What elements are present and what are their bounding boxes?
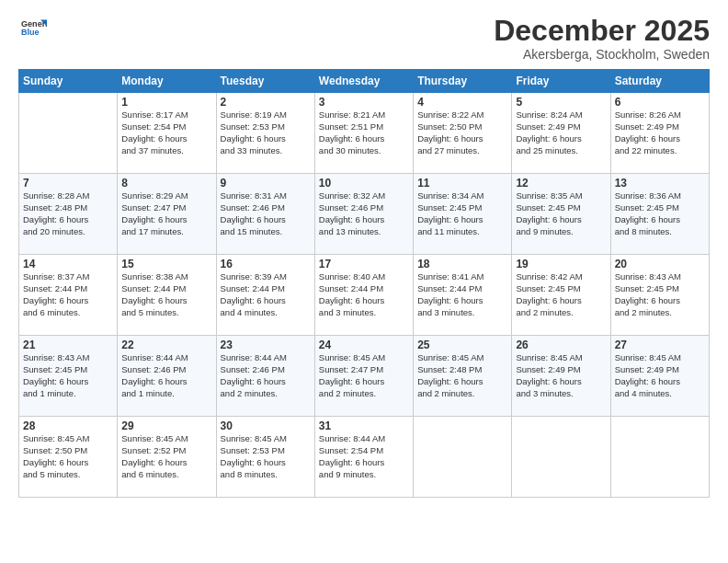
- header: General Blue December 2025 Akersberga, S…: [18, 15, 710, 62]
- title-block: December 2025 Akersberga, Stockholm, Swe…: [494, 15, 710, 62]
- day-number: 17: [319, 258, 409, 270]
- calendar-cell: 23Sunrise: 8:44 AM Sunset: 2:46 PM Dayli…: [216, 336, 314, 417]
- day-number: 23: [221, 339, 311, 351]
- day-number: 8: [121, 177, 211, 190]
- day-number: 11: [417, 177, 507, 190]
- day-info: Sunrise: 8:22 AM Sunset: 2:50 PM Dayligh…: [417, 109, 507, 156]
- day-info: Sunrise: 8:21 AM Sunset: 2:51 PM Dayligh…: [319, 109, 409, 156]
- day-info: Sunrise: 8:17 AM Sunset: 2:54 PM Dayligh…: [121, 109, 211, 156]
- logo-icon: General Blue: [21, 15, 47, 40]
- svg-text:Blue: Blue: [21, 28, 40, 37]
- day-info: Sunrise: 8:45 AM Sunset: 2:53 PM Dayligh…: [221, 433, 311, 480]
- day-info: Sunrise: 8:44 AM Sunset: 2:54 PM Dayligh…: [319, 433, 409, 480]
- calendar-week-row: 21Sunrise: 8:43 AM Sunset: 2:45 PM Dayli…: [19, 336, 710, 417]
- calendar-cell: [512, 417, 610, 498]
- location-subtitle: Akersberga, Stockholm, Sweden: [494, 47, 710, 62]
- day-number: 9: [221, 177, 311, 190]
- calendar-cell: 9Sunrise: 8:31 AM Sunset: 2:46 PM Daylig…: [216, 174, 314, 255]
- calendar-cell: 2Sunrise: 8:19 AM Sunset: 2:53 PM Daylig…: [216, 93, 314, 174]
- logo: General Blue: [18, 15, 47, 44]
- calendar-cell: 5Sunrise: 8:24 AM Sunset: 2:49 PM Daylig…: [512, 93, 610, 174]
- calendar-day-header: Saturday: [610, 70, 709, 93]
- calendar-cell: 17Sunrise: 8:40 AM Sunset: 2:44 PM Dayli…: [314, 255, 413, 336]
- day-number: 5: [516, 96, 606, 109]
- calendar-cell: 15Sunrise: 8:38 AM Sunset: 2:44 PM Dayli…: [118, 255, 216, 336]
- month-title: December 2025: [494, 15, 710, 47]
- day-number: 6: [615, 96, 705, 109]
- day-info: Sunrise: 8:28 AM Sunset: 2:48 PM Dayligh…: [23, 190, 113, 237]
- day-info: Sunrise: 8:35 AM Sunset: 2:45 PM Dayligh…: [516, 190, 606, 237]
- calendar-week-row: 7Sunrise: 8:28 AM Sunset: 2:48 PM Daylig…: [19, 174, 710, 255]
- calendar-cell: 20Sunrise: 8:43 AM Sunset: 2:45 PM Dayli…: [610, 255, 709, 336]
- day-number: 26: [516, 339, 606, 351]
- day-number: 2: [221, 96, 311, 109]
- day-info: Sunrise: 8:32 AM Sunset: 2:46 PM Dayligh…: [319, 190, 409, 237]
- day-info: Sunrise: 8:45 AM Sunset: 2:50 PM Dayligh…: [23, 433, 113, 480]
- calendar-week-row: 1Sunrise: 8:17 AM Sunset: 2:54 PM Daylig…: [19, 93, 710, 174]
- calendar-cell: 3Sunrise: 8:21 AM Sunset: 2:51 PM Daylig…: [314, 93, 413, 174]
- day-info: Sunrise: 8:19 AM Sunset: 2:53 PM Dayligh…: [221, 109, 311, 156]
- day-info: Sunrise: 8:36 AM Sunset: 2:45 PM Dayligh…: [615, 190, 705, 237]
- calendar-cell: 29Sunrise: 8:45 AM Sunset: 2:52 PM Dayli…: [118, 417, 216, 498]
- day-info: Sunrise: 8:45 AM Sunset: 2:48 PM Dayligh…: [417, 352, 507, 399]
- calendar-day-header: Monday: [118, 70, 216, 93]
- day-info: Sunrise: 8:45 AM Sunset: 2:47 PM Dayligh…: [319, 352, 409, 399]
- calendar-week-row: 28Sunrise: 8:45 AM Sunset: 2:50 PM Dayli…: [19, 417, 710, 498]
- calendar-cell: [19, 93, 118, 174]
- day-number: 29: [121, 419, 211, 432]
- day-info: Sunrise: 8:38 AM Sunset: 2:44 PM Dayligh…: [121, 271, 211, 318]
- day-number: 25: [417, 339, 507, 351]
- calendar-cell: 7Sunrise: 8:28 AM Sunset: 2:48 PM Daylig…: [19, 174, 118, 255]
- day-info: Sunrise: 8:44 AM Sunset: 2:46 PM Dayligh…: [121, 352, 211, 399]
- day-number: 22: [121, 339, 211, 351]
- day-number: 10: [319, 177, 409, 190]
- day-number: 13: [615, 177, 705, 190]
- calendar-cell: 30Sunrise: 8:45 AM Sunset: 2:53 PM Dayli…: [216, 417, 314, 498]
- calendar-day-header: Wednesday: [314, 70, 413, 93]
- calendar-cell: 31Sunrise: 8:44 AM Sunset: 2:54 PM Dayli…: [314, 417, 413, 498]
- calendar-day-header: Friday: [512, 70, 610, 93]
- day-number: 7: [23, 177, 113, 190]
- day-info: Sunrise: 8:24 AM Sunset: 2:49 PM Dayligh…: [516, 109, 606, 156]
- day-number: 30: [221, 419, 311, 432]
- day-info: Sunrise: 8:29 AM Sunset: 2:47 PM Dayligh…: [121, 190, 211, 237]
- day-info: Sunrise: 8:34 AM Sunset: 2:45 PM Dayligh…: [417, 190, 507, 237]
- calendar-day-header: Thursday: [414, 70, 512, 93]
- day-info: Sunrise: 8:45 AM Sunset: 2:49 PM Dayligh…: [615, 352, 705, 399]
- day-info: Sunrise: 8:26 AM Sunset: 2:49 PM Dayligh…: [615, 109, 705, 156]
- day-info: Sunrise: 8:37 AM Sunset: 2:44 PM Dayligh…: [23, 271, 113, 318]
- day-info: Sunrise: 8:43 AM Sunset: 2:45 PM Dayligh…: [23, 352, 113, 399]
- calendar-cell: 4Sunrise: 8:22 AM Sunset: 2:50 PM Daylig…: [414, 93, 512, 174]
- day-info: Sunrise: 8:44 AM Sunset: 2:46 PM Dayligh…: [221, 352, 311, 399]
- day-number: 1: [121, 96, 211, 109]
- calendar-week-row: 14Sunrise: 8:37 AM Sunset: 2:44 PM Dayli…: [19, 255, 710, 336]
- day-info: Sunrise: 8:31 AM Sunset: 2:46 PM Dayligh…: [221, 190, 311, 237]
- day-number: 14: [23, 258, 113, 270]
- day-number: 18: [417, 258, 507, 270]
- day-number: 20: [615, 258, 705, 270]
- day-info: Sunrise: 8:39 AM Sunset: 2:44 PM Dayligh…: [221, 271, 311, 318]
- calendar-cell: 10Sunrise: 8:32 AM Sunset: 2:46 PM Dayli…: [314, 174, 413, 255]
- calendar-header-row: SundayMondayTuesdayWednesdayThursdayFrid…: [19, 70, 710, 93]
- calendar-day-header: Sunday: [19, 70, 118, 93]
- day-number: 12: [516, 177, 606, 190]
- day-info: Sunrise: 8:45 AM Sunset: 2:49 PM Dayligh…: [516, 352, 606, 399]
- calendar-cell: 12Sunrise: 8:35 AM Sunset: 2:45 PM Dayli…: [512, 174, 610, 255]
- calendar-cell: [610, 417, 709, 498]
- calendar-cell: 8Sunrise: 8:29 AM Sunset: 2:47 PM Daylig…: [118, 174, 216, 255]
- calendar-cell: 1Sunrise: 8:17 AM Sunset: 2:54 PM Daylig…: [118, 93, 216, 174]
- calendar-cell: 24Sunrise: 8:45 AM Sunset: 2:47 PM Dayli…: [314, 336, 413, 417]
- calendar-cell: 25Sunrise: 8:45 AM Sunset: 2:48 PM Dayli…: [414, 336, 512, 417]
- day-info: Sunrise: 8:43 AM Sunset: 2:45 PM Dayligh…: [615, 271, 705, 318]
- calendar-cell: 26Sunrise: 8:45 AM Sunset: 2:49 PM Dayli…: [512, 336, 610, 417]
- day-number: 28: [23, 419, 113, 432]
- calendar-cell: 22Sunrise: 8:44 AM Sunset: 2:46 PM Dayli…: [118, 336, 216, 417]
- day-number: 3: [319, 96, 409, 109]
- calendar-day-header: Tuesday: [216, 70, 314, 93]
- day-info: Sunrise: 8:41 AM Sunset: 2:44 PM Dayligh…: [417, 271, 507, 318]
- day-number: 31: [319, 419, 409, 432]
- calendar-cell: 28Sunrise: 8:45 AM Sunset: 2:50 PM Dayli…: [19, 417, 118, 498]
- calendar-cell: [414, 417, 512, 498]
- calendar-cell: 6Sunrise: 8:26 AM Sunset: 2:49 PM Daylig…: [610, 93, 709, 174]
- day-info: Sunrise: 8:40 AM Sunset: 2:44 PM Dayligh…: [319, 271, 409, 318]
